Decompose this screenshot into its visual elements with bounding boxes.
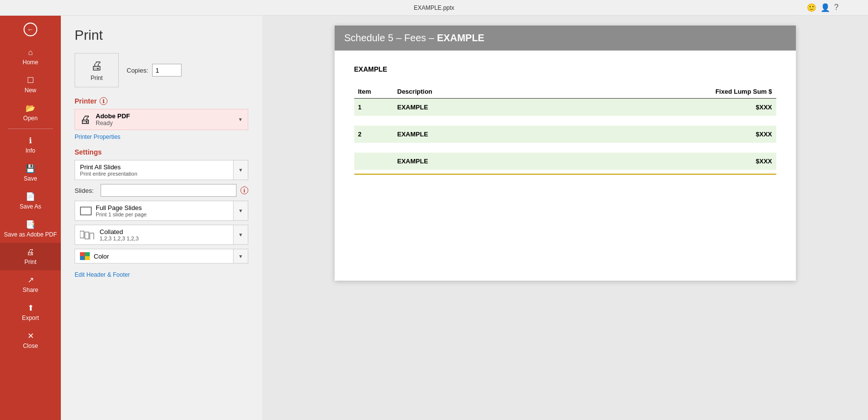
- copies-group: Copies:: [127, 64, 182, 77]
- collated-content: Collated 1,2,3 1,2,3 1,2,3: [75, 225, 233, 244]
- print-button-area: 🖨 Print Copies:: [75, 53, 248, 87]
- svg-rect-0: [80, 207, 91, 215]
- back-button[interactable]: ←: [0, 16, 61, 43]
- sidebar-item-label: Save: [24, 175, 37, 182]
- home-icon: ⌂: [28, 48, 33, 57]
- filename-label: EXAMPLE.pptx: [414, 4, 454, 11]
- sidebar-item-share[interactable]: ↗ Share: [0, 270, 61, 298]
- slides-info-icon[interactable]: ℹ: [240, 186, 248, 194]
- printer-dropdown-arrow[interactable]: ▼: [238, 117, 243, 122]
- row-item: [354, 153, 394, 170]
- fees-table: Item Description Fixed Lump Sum $ 1 EXAM…: [354, 85, 776, 170]
- color-arrow[interactable]: ▼: [233, 249, 248, 263]
- settings-section-header: Settings: [75, 148, 248, 156]
- printer-name: Adobe PDF: [96, 112, 238, 120]
- sidebar-item-print[interactable]: 🖨 Print: [0, 243, 61, 270]
- col-amount: Fixed Lump Sum $: [698, 85, 776, 99]
- save-icon: 💾: [26, 164, 35, 173]
- open-icon: 📂: [26, 104, 35, 113]
- layout-sub: Print 1 slide per page: [96, 211, 147, 217]
- person-icon: 👤: [820, 3, 830, 12]
- color-select[interactable]: Color ▼: [75, 249, 248, 263]
- row-amount: $XXX: [698, 99, 776, 116]
- printer-status: Ready: [96, 120, 238, 127]
- sidebar-item-label: Save As: [20, 203, 41, 210]
- back-icon: ←: [24, 23, 37, 36]
- print-range-content: Print All Slides Print entire presentati…: [75, 160, 233, 180]
- col-description: Description: [394, 85, 698, 99]
- printer-icon: 🖨: [91, 59, 103, 73]
- slide-header-bold: EXAMPLE: [437, 32, 485, 43]
- collated-main: Collated: [100, 228, 139, 236]
- bottom-line: [354, 174, 776, 175]
- layout-arrow[interactable]: ▼: [233, 201, 248, 220]
- sidebar-item-label: Info: [26, 147, 35, 154]
- table-row-spacer: [354, 116, 776, 126]
- slide-header-regular: Schedule 5 – Fees –: [344, 32, 437, 43]
- slides-label: Slides:: [75, 187, 97, 194]
- table-row: 2 EXAMPLE $XXX: [354, 126, 776, 143]
- edit-header-footer-link[interactable]: Edit Header & Footer: [75, 271, 130, 278]
- sidebar: ← ⌂ Home ☐ New 📂 Open ℹ Info 💾 Save 📄 Sa…: [0, 16, 61, 420]
- printer-section-header: Printer ℹ: [75, 97, 248, 105]
- table-row-total: EXAMPLE $XXX: [354, 153, 776, 170]
- table-row-spacer: [354, 143, 776, 153]
- svg-rect-3: [90, 233, 94, 239]
- row-item: 2: [354, 126, 394, 143]
- color-swatch: [80, 252, 90, 260]
- copies-input[interactable]: [152, 64, 182, 77]
- close-icon: ✕: [27, 331, 34, 341]
- sidebar-item-home[interactable]: ⌂ Home: [0, 43, 61, 71]
- print-icon: 🖨: [26, 248, 34, 257]
- layout-icon: [80, 207, 92, 215]
- collated-arrow[interactable]: ▼: [233, 225, 248, 244]
- sidebar-item-save[interactable]: 💾 Save: [0, 159, 61, 187]
- printer-properties-link[interactable]: Printer Properties: [75, 133, 120, 140]
- sidebar-item-save-pdf[interactable]: 📑 Save as Adobe PDF: [0, 215, 61, 243]
- color-main: Color: [94, 253, 109, 260]
- print-range-select[interactable]: Print All Slides Print entire presentati…: [75, 160, 248, 180]
- sidebar-item-export[interactable]: ⬆ Export: [0, 298, 61, 326]
- print-range-arrow[interactable]: ▼: [233, 160, 248, 180]
- collated-sub: 1,2,3 1,2,3 1,2,3: [100, 236, 139, 241]
- print-panel: Print 🖨 Print Copies: Printer ℹ: [61, 16, 868, 420]
- printer-info: Adobe PDF Ready: [96, 112, 238, 127]
- row-item: 1: [354, 99, 394, 116]
- collated-icon: [80, 231, 96, 239]
- sidebar-item-save-as[interactable]: 📄 Save As: [0, 187, 61, 215]
- printer-info-icon[interactable]: ℹ: [100, 97, 107, 105]
- slide-body: EXAMPLE Item Description Fixed Lump Sum …: [335, 51, 796, 189]
- layout-select[interactable]: Full Page Slides Print 1 slide per page …: [75, 201, 248, 221]
- row-amount: $XXX: [698, 126, 776, 143]
- printer-selector[interactable]: 🖨 Adobe PDF Ready ▼: [75, 109, 248, 130]
- slide-header-bar: Schedule 5 – Fees – EXAMPLE: [335, 26, 796, 51]
- preview-panel: Schedule 5 – Fees – EXAMPLE EXAMPLE Item…: [262, 16, 868, 420]
- title-bar-icons: 🙂 👤 ?: [807, 3, 839, 12]
- sidebar-item-new[interactable]: ☐ New: [0, 71, 61, 99]
- page-title: Print: [75, 27, 248, 43]
- slides-row: Slides: ℹ: [75, 184, 248, 197]
- row-description: EXAMPLE: [394, 126, 698, 143]
- title-bar: EXAMPLE.pptx 🙂 👤 ?: [0, 0, 868, 16]
- slide-preview: Schedule 5 – Fees – EXAMPLE EXAMPLE Item…: [335, 26, 796, 281]
- sidebar-item-close[interactable]: ✕ Close: [0, 326, 61, 354]
- sidebar-item-label: Open: [23, 115, 37, 122]
- table-row: 1 EXAMPLE $XXX: [354, 99, 776, 116]
- sidebar-item-label: Save as Adobe PDF: [4, 231, 57, 238]
- save-as-icon: 📄: [26, 192, 35, 201]
- copies-label: Copies:: [127, 67, 148, 74]
- collated-select[interactable]: Collated 1,2,3 1,2,3 1,2,3 ▼: [75, 225, 248, 245]
- sidebar-item-info[interactable]: ℹ Info: [0, 131, 61, 159]
- info-icon: ℹ: [29, 136, 32, 145]
- sidebar-item-open[interactable]: 📂 Open: [0, 99, 61, 127]
- layout-main: Full Page Slides: [96, 204, 147, 211]
- share-icon: ↗: [27, 275, 34, 285]
- print-button[interactable]: 🖨 Print: [75, 53, 119, 87]
- sidebar-divider: [8, 129, 53, 129]
- slides-input[interactable]: [101, 184, 237, 197]
- sidebar-item-label: Home: [23, 59, 38, 66]
- help-icon: ?: [834, 3, 839, 12]
- sidebar-item-label: Print: [25, 259, 37, 265]
- print-range-sub: Print entire presentation: [80, 171, 228, 177]
- printer-device-icon: 🖨: [80, 113, 91, 126]
